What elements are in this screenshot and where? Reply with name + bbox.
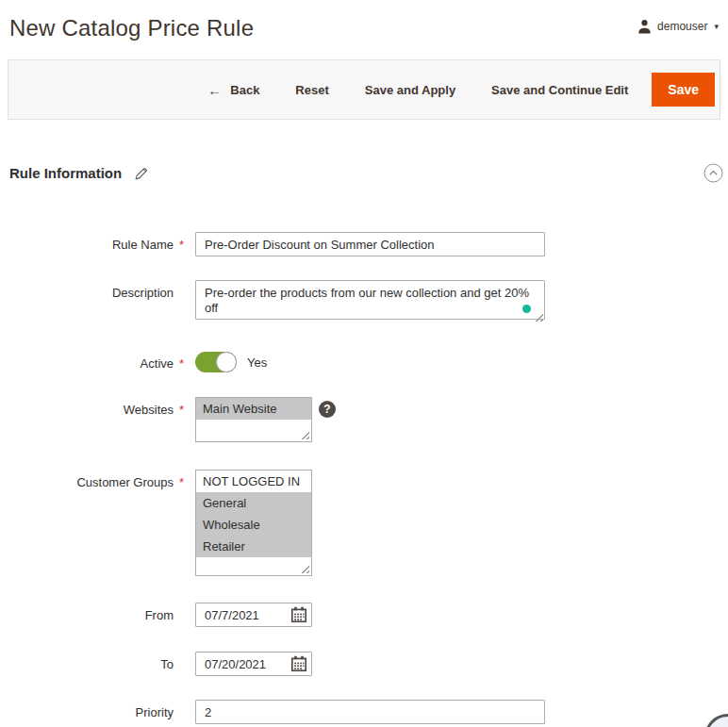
customer-groups-multiselect[interactable]: NOT LOGGED IN General Wholesale Retailer — [195, 470, 312, 576]
user-icon — [637, 19, 652, 34]
customer-group-option[interactable]: Retailer — [196, 536, 311, 557]
field-description: Description Pre-order the products from … — [0, 280, 728, 323]
required-mark: * — [174, 232, 195, 252]
description-label: Description — [0, 280, 174, 300]
to-label: To — [0, 652, 174, 671]
field-priority: Priority — [0, 700, 728, 724]
user-name: demouser — [657, 20, 707, 33]
save-button[interactable]: Save — [652, 73, 715, 107]
required-mark: * — [174, 397, 195, 417]
page-actions-toolbar: ← Back Reset Save and Apply Save and Con… — [8, 59, 720, 120]
active-toggle[interactable] — [195, 352, 237, 372]
field-from: From — [0, 603, 728, 627]
chevron-up-icon — [703, 163, 723, 183]
field-to: To — [0, 652, 728, 676]
toggle-knob — [216, 352, 237, 372]
save-and-continue-button[interactable]: Save and Continue Edit — [491, 83, 628, 97]
back-button[interactable]: ← Back — [207, 82, 259, 98]
field-customer-groups: Customer Groups * NOT LOGGED IN General … — [0, 470, 728, 576]
websites-option[interactable]: Main Website — [196, 398, 311, 420]
reset-button[interactable]: Reset — [295, 83, 328, 97]
page-header: New Catalog Price Rule demouser ▾ — [0, 0, 728, 59]
customer-group-option[interactable]: Wholesale — [196, 514, 311, 536]
rule-information-section-header: Rule Information — [0, 163, 728, 183]
required-mark: * — [174, 351, 195, 371]
calendar-icon — [290, 655, 307, 672]
to-calendar-button[interactable] — [290, 655, 307, 672]
websites-label: Websites — [0, 397, 174, 417]
section-title: Rule Information — [9, 165, 122, 181]
customer-group-option[interactable]: NOT LOGGED IN — [196, 471, 311, 492]
rule-name-input[interactable] — [195, 232, 545, 256]
priority-label: Priority — [0, 700, 174, 719]
collapse-section-button[interactable] — [703, 163, 723, 183]
rule-name-label: Rule Name — [0, 232, 174, 252]
help-icon[interactable]: ? — [319, 401, 336, 418]
save-and-apply-button[interactable]: Save and Apply — [365, 83, 455, 97]
description-textarea[interactable]: Pre-order the products from our new coll… — [195, 280, 545, 320]
calendar-icon — [290, 606, 307, 623]
active-toggle-label: Yes — [247, 355, 267, 370]
edit-pencil-icon[interactable] — [134, 166, 149, 181]
customer-groups-label: Customer Groups — [0, 470, 174, 489]
user-menu[interactable]: demouser ▾ — [637, 19, 719, 34]
field-rule-name: Rule Name * — [0, 232, 728, 256]
active-label: Active — [0, 351, 174, 371]
caret-down-icon: ▾ — [714, 22, 719, 31]
priority-input[interactable] — [195, 700, 545, 724]
field-active: Active * Yes — [0, 351, 728, 372]
from-calendar-button[interactable] — [290, 606, 307, 623]
customer-group-option[interactable]: General — [196, 492, 311, 514]
websites-multiselect[interactable]: Main Website — [195, 397, 312, 442]
required-mark: * — [174, 470, 195, 489]
page-title: New Catalog Price Rule — [9, 15, 719, 41]
from-label: From — [0, 603, 174, 622]
back-arrow-icon: ← — [207, 82, 222, 98]
rule-information-form: Rule Name * Description Pre-order the pr… — [0, 232, 728, 724]
field-websites: Websites * Main Website ? — [0, 397, 728, 442]
